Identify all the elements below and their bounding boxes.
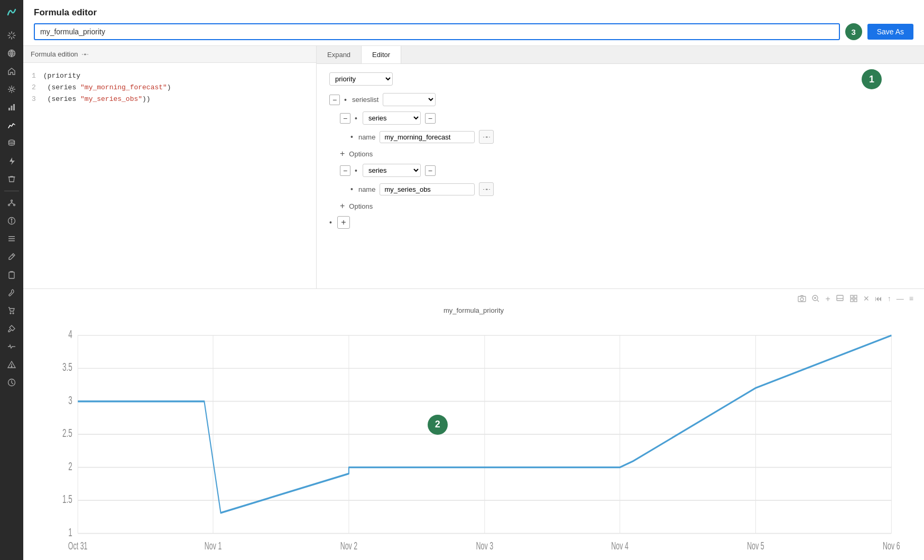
formula-code: 1(priority 2 (series "my_morning_forecas… [23, 63, 316, 288]
options1-plus[interactable]: + [340, 149, 345, 158]
chart-title: my_formula_priority [34, 306, 913, 314]
series2-select[interactable]: series [363, 164, 421, 177]
chart-svg: 1 1.5 2 2.5 3 3.5 4 Oct 31 2024 Nov 1 No… [34, 318, 913, 549]
svg-point-15 [10, 313, 11, 314]
sidebar-item-nodes[interactable] [2, 194, 21, 211]
lines-icon[interactable]: ≡ [909, 294, 913, 304]
svg-text:1.5: 1.5 [62, 493, 72, 506]
main-content: Formula editor 3 Save As Formula edition… [23, 0, 924, 560]
code-line-2: 2 (series "my_morning_forecast") [32, 82, 308, 94]
minus-chart-icon[interactable]: — [897, 294, 904, 304]
code-line-3: 3 (series "my_series_obs")) [32, 94, 308, 105]
sidebar-item-lightning[interactable] [2, 153, 21, 170]
svg-text:4: 4 [68, 328, 72, 341]
tab-editor[interactable]: Editor [362, 46, 401, 63]
svg-point-16 [13, 313, 14, 314]
sidebar-item-barchart[interactable] [2, 99, 21, 116]
sidebar-item-database[interactable] [2, 135, 21, 152]
sidebar-item-warning[interactable] [2, 356, 21, 373]
svg-point-17 [11, 366, 12, 367]
svg-rect-11 [8, 236, 15, 237]
skip-back-icon[interactable]: ⏮ [875, 294, 882, 304]
svg-text:Nov 6: Nov 6 [883, 540, 900, 549]
chart-toolbar: + ✕ ⏮ ↑ — ≡ [34, 294, 913, 304]
svg-rect-4 [13, 104, 15, 110]
app-logo [6, 6, 17, 21]
svg-text:Nov 2: Nov 2 [340, 540, 358, 549]
formula-edition-label: Formula edition [31, 50, 78, 58]
sidebar-item-settings[interactable] [2, 81, 21, 98]
name1-link-btn[interactable] [479, 130, 494, 144]
editor-tabs: Expand Editor [317, 46, 924, 64]
sidebar-item-list[interactable] [2, 230, 21, 247]
svg-point-7 [8, 204, 10, 206]
formula-name-input[interactable] [34, 23, 840, 40]
sidebar-item-pencil[interactable] [2, 248, 21, 265]
serieslist-row: − • serieslist [329, 93, 911, 106]
add-chart-icon[interactable]: + [825, 294, 830, 304]
name2-row: • name [350, 182, 911, 196]
editor-content: 1 priority − • serieslist [317, 64, 924, 288]
svg-text:1: 1 [68, 526, 72, 538]
svg-point-6 [11, 200, 13, 202]
options2-row: + Options [340, 201, 911, 211]
chart-area: 1 1.5 2 2.5 3 3.5 4 Oct 31 2024 Nov 1 No… [34, 318, 913, 549]
formula-panel-header: Formula edition [23, 46, 316, 63]
svg-text:Nov 5: Nov 5 [747, 540, 764, 549]
series1-select[interactable]: series [363, 111, 421, 125]
sidebar-item-clock[interactable] [2, 374, 21, 391]
serieslist-minus-btn[interactable]: − [329, 95, 340, 105]
name1-input[interactable] [380, 131, 475, 143]
svg-point-20 [800, 298, 803, 301]
options2-plus[interactable]: + [340, 201, 345, 211]
priority-select[interactable]: priority [329, 72, 393, 86]
formula-panel: Formula edition 1(priority 2 (series "my… [23, 46, 317, 288]
serieslist-select[interactable] [383, 93, 436, 106]
svg-rect-14 [9, 272, 14, 278]
name2-link-btn[interactable] [479, 182, 494, 196]
link-icon [81, 51, 89, 58]
series2-minus-btn[interactable]: − [340, 165, 350, 176]
sidebar-item-trash[interactable] [2, 171, 21, 188]
camera-icon[interactable] [798, 294, 806, 304]
sidebar-item-globe[interactable] [2, 45, 21, 62]
add-series-btn[interactable]: + [337, 216, 350, 229]
svg-rect-24 [854, 295, 857, 298]
header: Formula editor 3 Save As [23, 0, 924, 46]
svg-rect-25 [851, 299, 853, 302]
add-row: • + [329, 216, 911, 229]
code-line-1: 1(priority [32, 70, 308, 82]
svg-rect-2 [8, 108, 10, 110]
badge-2: 2 [428, 415, 448, 435]
badge-3: 3 [845, 23, 862, 40]
sidebar-item-heartbeat[interactable] [2, 338, 21, 355]
chart-section: + ✕ ⏮ ↑ — ≡ my_formula_priority 2 [23, 289, 924, 560]
name2-input[interactable] [380, 183, 475, 195]
sidebar-item-cart[interactable] [2, 302, 21, 319]
sidebar-item-wrench[interactable] [2, 284, 21, 301]
sidebar [0, 0, 23, 560]
sidebar-item-expand[interactable] [2, 27, 21, 44]
zoom-icon[interactable] [811, 294, 820, 304]
sidebar-item-pen[interactable] [2, 320, 21, 337]
svg-point-1 [11, 88, 13, 91]
save-as-button[interactable]: Save As [867, 24, 913, 40]
sidebar-item-info[interactable] [2, 212, 21, 229]
download-icon[interactable] [836, 294, 844, 304]
tab-expand[interactable]: Expand [317, 46, 362, 63]
formula-name-row: 3 Save As [34, 23, 913, 40]
svg-text:2.5: 2.5 [62, 427, 72, 440]
series2-remove-btn[interactable]: − [425, 165, 436, 176]
up-icon[interactable]: ↑ [888, 294, 891, 304]
svg-rect-12 [8, 238, 15, 239]
sidebar-item-clipboard[interactable] [2, 266, 21, 283]
crosshair-icon[interactable]: ✕ [863, 294, 870, 304]
svg-text:3.5: 3.5 [62, 361, 72, 374]
sidebar-item-linechart[interactable] [2, 117, 21, 134]
sidebar-item-home[interactable] [2, 63, 21, 80]
series1-minus-btn[interactable]: − [340, 113, 350, 124]
svg-point-5 [9, 140, 15, 142]
svg-text:Nov 4: Nov 4 [611, 540, 629, 549]
grid-icon[interactable] [849, 294, 858, 304]
series1-remove-btn[interactable]: − [425, 113, 436, 124]
